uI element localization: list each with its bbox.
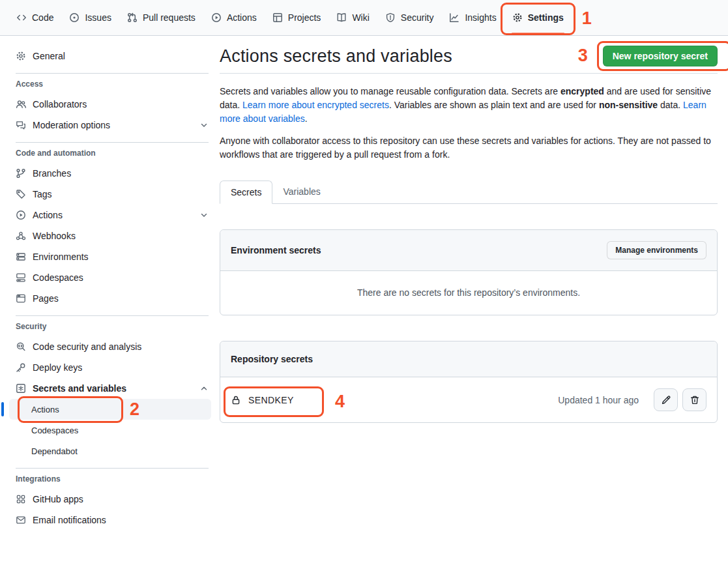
gear-icon <box>16 51 26 61</box>
tab-issues[interactable]: Issues <box>62 7 118 28</box>
intro-text: . <box>305 113 308 124</box>
sidebar-item-collaborators[interactable]: Collaborators <box>16 94 209 115</box>
intro-bold-non-sensitive: non-sensitive <box>599 100 658 110</box>
delete-secret-button[interactable] <box>682 388 706 411</box>
book-icon <box>336 12 347 23</box>
people-icon <box>16 99 26 109</box>
sidebar-item-label: GitHub apps <box>33 494 83 504</box>
sidebar-subitem-dependabot[interactable]: Dependabot <box>9 441 211 461</box>
asterisk-box-icon <box>16 383 26 394</box>
divider <box>16 315 209 316</box>
trash-icon <box>690 395 700 405</box>
tab-settings[interactable]: Settings <box>505 7 571 28</box>
tab-pull-requests[interactable]: Pull requests <box>120 7 203 28</box>
webhook-icon <box>16 231 26 241</box>
sidebar-subitem-actions[interactable]: Actions 2 <box>9 399 211 420</box>
play-icon <box>211 12 222 23</box>
tab-secrets[interactable]: Secrets <box>220 181 272 204</box>
settings-sidebar: General Access Collaborators Moderation … <box>0 36 220 530</box>
secret-name: SENDKEY <box>248 395 294 405</box>
intro-bold-encrypted: encrypted <box>561 86 604 96</box>
environment-secrets-header: Environment secrets Manage environments <box>220 230 717 271</box>
tab-label: Issues <box>85 12 111 23</box>
sidebar-item-code-security[interactable]: Code security and analysis <box>16 336 209 357</box>
tab-label: Projects <box>288 12 321 23</box>
environment-secrets-title: Environment secrets <box>231 245 321 255</box>
sidebar-subitem-label: Actions <box>31 405 59 414</box>
sidebar-item-label: Tags <box>33 189 52 199</box>
tab-projects[interactable]: Projects <box>265 7 328 28</box>
tab-label: Insights <box>465 12 496 23</box>
sidebar-item-label: Webhooks <box>33 231 76 241</box>
apps-icon <box>16 494 26 504</box>
pencil-icon <box>661 395 671 405</box>
play-icon <box>16 210 26 220</box>
environment-secrets-panel: Environment secrets Manage environments … <box>220 229 718 315</box>
sidebar-item-email-notifications[interactable]: Email notifications <box>16 510 209 530</box>
sidebar-item-branches[interactable]: Branches <box>16 163 209 184</box>
sidebar-item-tags[interactable]: Tags <box>16 184 209 205</box>
gear-icon <box>512 12 523 23</box>
intro-text: data. <box>658 100 683 110</box>
collaborator-paragraph: Anyone with collaborator access to this … <box>220 134 718 162</box>
git-pull-request-icon <box>127 12 138 23</box>
tab-wiki[interactable]: Wiki <box>329 7 376 28</box>
page-title: Actions secrets and variables <box>220 46 452 66</box>
annotation-number-3: 3 <box>578 47 588 65</box>
sidebar-item-webhooks[interactable]: Webhooks <box>16 225 209 246</box>
sidebar-item-secrets-and-variables[interactable]: Secrets and variables <box>16 378 209 399</box>
sidebar-item-label: General <box>33 51 65 61</box>
tab-label: Code <box>32 12 53 23</box>
codespaces-icon <box>16 272 26 283</box>
tag-icon <box>16 189 26 199</box>
repository-secrets-panel: Repository secrets SENDKEY 4 Updated 1 h… <box>220 341 718 423</box>
tab-actions[interactable]: Actions <box>204 7 264 28</box>
section-header-access: Access <box>16 80 209 89</box>
secret-row: SENDKEY 4 Updated 1 hour ago <box>220 377 717 422</box>
sidebar-subitem-label: Dependabot <box>31 446 78 456</box>
sidebar-item-label: Pages <box>33 293 59 304</box>
sidebar-item-actions[interactable]: Actions <box>16 205 209 225</box>
tab-security[interactable]: Security <box>378 7 441 28</box>
shield-icon <box>385 12 396 23</box>
sidebar-item-general[interactable]: General <box>16 46 209 66</box>
tab-insights[interactable]: Insights <box>442 7 503 28</box>
intro-text: . Variables are shown as plain text and … <box>389 100 599 110</box>
git-branch-icon <box>16 168 26 179</box>
new-secret-button-wrap: New repository secret 3 <box>603 46 718 66</box>
new-repository-secret-button[interactable]: New repository secret <box>603 46 718 66</box>
repo-tab-bar: Code Issues Pull requests Actions Projec… <box>0 0 728 36</box>
section-header-security: Security <box>16 322 209 331</box>
tab-variables[interactable]: Variables <box>272 181 330 204</box>
sidebar-item-moderation-options[interactable]: Moderation options <box>16 115 209 136</box>
sidebar-item-pages[interactable]: Pages <box>16 288 209 309</box>
annotation-number-2: 2 <box>130 401 139 418</box>
sidebar-item-label: Secrets and variables <box>33 383 126 394</box>
edit-secret-button[interactable] <box>654 388 678 411</box>
chevron-up-icon <box>199 384 209 393</box>
link-encrypted-secrets[interactable]: Learn more about encrypted secrets <box>242 100 389 110</box>
sidebar-item-codespaces[interactable]: Codespaces <box>16 267 209 288</box>
browser-icon <box>16 293 26 304</box>
sidebar-item-label: Collaborators <box>33 99 87 109</box>
divider <box>16 73 209 74</box>
title-row: Actions secrets and variables New reposi… <box>220 46 718 66</box>
repository-secrets-title: Repository secrets <box>231 354 313 364</box>
environment-secrets-empty-message: There are no secrets for this repository… <box>220 271 717 315</box>
sidebar-item-environments[interactable]: Environments <box>16 246 209 267</box>
tab-settings-wrap: Settings 1 <box>505 7 571 28</box>
sidebar-subitem-codespaces[interactable]: Codespaces <box>9 420 211 441</box>
lock-icon <box>231 395 241 405</box>
intro-text: Secrets and variables allow you to manag… <box>220 86 561 96</box>
sidebar-item-deploy-keys[interactable]: Deploy keys <box>16 357 209 378</box>
sidebar-item-label: Branches <box>33 168 71 179</box>
server-icon <box>16 252 26 262</box>
section-header-integrations: Integrations <box>16 474 209 484</box>
tab-code[interactable]: Code <box>9 7 61 28</box>
sidebar-subitem-label: Codespaces <box>31 426 78 435</box>
sidebar-item-github-apps[interactable]: GitHub apps <box>16 489 209 510</box>
tab-label: Actions <box>227 12 257 23</box>
divider <box>16 468 209 469</box>
manage-environments-button[interactable]: Manage environments <box>607 241 706 259</box>
title-divider <box>220 73 718 74</box>
